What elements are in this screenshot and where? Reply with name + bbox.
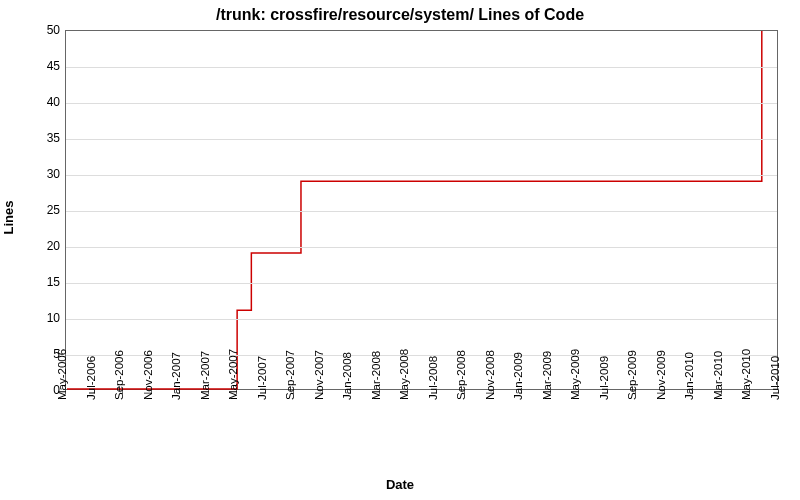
gridline <box>66 103 777 104</box>
x-tick-label: Jan-2010 <box>683 352 695 400</box>
x-tick-label: May-2006 <box>56 349 68 400</box>
x-tick-label: Jul-2009 <box>598 356 610 400</box>
line-series <box>66 31 777 389</box>
x-tick-label: Jan-2009 <box>512 352 524 400</box>
x-tick-label: Jul-2010 <box>769 356 781 400</box>
x-tick-label: May-2010 <box>740 349 752 400</box>
gridline <box>66 139 777 140</box>
x-tick-label: Jul-2006 <box>85 356 97 400</box>
x-tick-label: May-2008 <box>398 349 410 400</box>
y-tick-label: 40 <box>30 95 60 109</box>
x-tick-label: Nov-2006 <box>142 350 154 400</box>
plot-area <box>65 30 778 390</box>
x-tick-label: Jan-2007 <box>170 352 182 400</box>
y-tick-label: 15 <box>30 275 60 289</box>
x-tick-label: Mar-2010 <box>712 351 724 400</box>
x-tick-label: Mar-2009 <box>541 351 553 400</box>
x-tick-label: Jul-2007 <box>256 356 268 400</box>
x-tick-label: Nov-2008 <box>484 350 496 400</box>
x-tick-label: Mar-2007 <box>199 351 211 400</box>
gridline <box>66 247 777 248</box>
y-axis-label: Lines <box>1 201 16 235</box>
y-tick-label: 20 <box>30 239 60 253</box>
y-tick-label: 35 <box>30 131 60 145</box>
y-tick-label: 10 <box>30 311 60 325</box>
x-tick-label: Sep-2007 <box>284 350 296 400</box>
chart-container: /trunk: crossfire/resource/system/ Lines… <box>0 0 800 500</box>
chart-title: /trunk: crossfire/resource/system/ Lines… <box>0 6 800 24</box>
gridline <box>66 283 777 284</box>
gridline <box>66 211 777 212</box>
x-tick-label: Jan-2008 <box>341 352 353 400</box>
y-tick-label: 50 <box>30 23 60 37</box>
x-tick-label: Sep-2009 <box>626 350 638 400</box>
y-tick-label: 45 <box>30 59 60 73</box>
x-tick-label: Nov-2009 <box>655 350 667 400</box>
series-line <box>67 31 762 389</box>
x-tick-label: Nov-2007 <box>313 350 325 400</box>
x-tick-label: Sep-2006 <box>113 350 125 400</box>
y-tick-label: 30 <box>30 167 60 181</box>
x-tick-label: Sep-2008 <box>455 350 467 400</box>
y-tick-label: 25 <box>30 203 60 217</box>
gridline <box>66 319 777 320</box>
x-tick-label: May-2009 <box>569 349 581 400</box>
x-axis-label: Date <box>0 477 800 492</box>
x-tick-label: May-2007 <box>227 349 239 400</box>
gridline <box>66 175 777 176</box>
x-tick-label: Mar-2008 <box>370 351 382 400</box>
gridline <box>66 67 777 68</box>
x-tick-label: Jul-2008 <box>427 356 439 400</box>
